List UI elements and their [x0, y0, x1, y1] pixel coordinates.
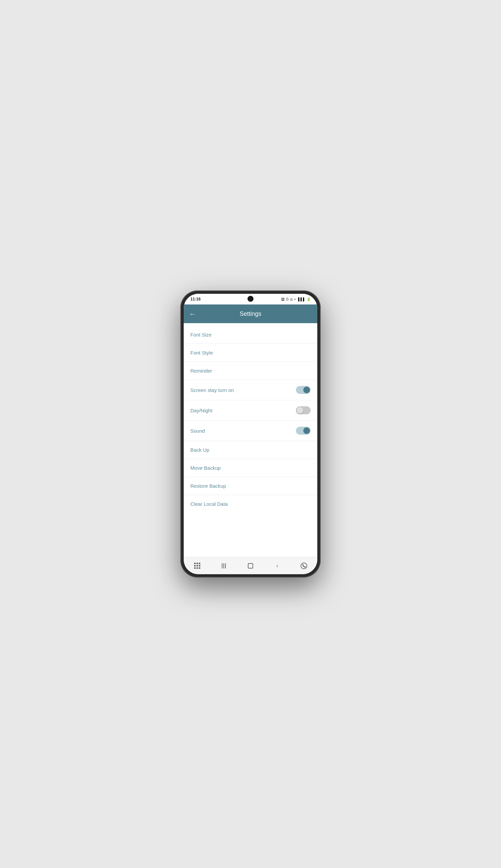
settings-label-screen-stay: Screen stay turn on — [190, 387, 234, 393]
settings-item-font-size[interactable]: Font Size — [184, 326, 317, 344]
settings-label-restore-backup: Restore Backup — [190, 483, 226, 489]
toggle-track-day-night — [296, 406, 311, 414]
phone-frame: 11:16 🖼 G ◎ • ▌▌▌ 🔋 ← Settings Font Size — [180, 291, 321, 577]
settings-item-sound[interactable]: Sound — [184, 421, 317, 441]
settings-label-day-night: Day/Night — [190, 408, 212, 413]
toggle-track-sound — [296, 427, 311, 435]
status-icon-g: G — [286, 297, 289, 301]
toggle-thumb-day-night — [297, 407, 303, 414]
toggle-track-screen-stay — [296, 386, 311, 394]
nav-bars-button[interactable] — [216, 560, 232, 572]
bottom-navigation: ‹ 📞 — [184, 557, 317, 574]
grid-icon — [194, 563, 200, 569]
chevron-icon: ‹ — [276, 563, 278, 569]
toggle-day-night[interactable] — [296, 406, 311, 414]
settings-label-font-size: Font Size — [190, 332, 211, 337]
toggle-screen-stay[interactable] — [296, 386, 311, 394]
bars-icon — [222, 563, 226, 568]
settings-item-move-backup[interactable]: Move Backup — [184, 459, 317, 477]
nav-phone-button[interactable]: 📞 — [296, 560, 312, 572]
back-icon: ← — [189, 310, 196, 318]
settings-label-font-style: Font Style — [190, 350, 213, 356]
nav-back-button[interactable]: ‹ — [269, 560, 285, 572]
status-icon-instagram: ◎ — [290, 297, 293, 301]
settings-list: Font Size Font Style Reminder Screen sta… — [184, 323, 317, 557]
nav-home-button[interactable] — [243, 560, 258, 572]
settings-item-screen-stay[interactable]: Screen stay turn on — [184, 380, 317, 400]
toggle-thumb-sound — [303, 427, 310, 434]
nav-grid-button[interactable] — [189, 560, 205, 572]
settings-label-back-up: Back Up — [190, 447, 210, 453]
settings-item-reminder[interactable]: Reminder — [184, 362, 317, 380]
settings-label-reminder: Reminder — [190, 368, 212, 373]
back-button[interactable]: ← — [189, 310, 196, 318]
home-icon — [248, 563, 253, 568]
phone-screen: 11:16 🖼 G ◎ • ▌▌▌ 🔋 ← Settings Font Size — [184, 294, 317, 574]
toggle-sound[interactable] — [296, 427, 311, 435]
settings-item-font-style[interactable]: Font Style — [184, 344, 317, 362]
camera-notch — [247, 296, 254, 302]
status-icon-photo: 🖼 — [281, 297, 285, 301]
settings-item-restore-backup[interactable]: Restore Backup — [184, 477, 317, 495]
signal-icon: ▌▌▌ — [298, 297, 305, 301]
status-icon-dot: • — [294, 297, 296, 301]
status-icons: 🖼 G ◎ • ▌▌▌ 🔋 — [281, 297, 311, 301]
settings-label-clear-local-data: Clear Local Data — [190, 501, 228, 507]
battery-icon: 🔋 — [307, 297, 311, 301]
toggle-thumb-screen-stay — [303, 387, 310, 393]
settings-label-sound: Sound — [190, 428, 205, 434]
status-time: 11:16 — [190, 297, 201, 302]
settings-item-day-night[interactable]: Day/Night — [184, 400, 317, 421]
app-bar: ← Settings — [184, 304, 317, 323]
settings-label-move-backup: Move Backup — [190, 465, 221, 471]
phone-icon: 📞 — [301, 563, 307, 569]
page-title: Settings — [201, 311, 300, 317]
settings-item-back-up[interactable]: Back Up — [184, 441, 317, 459]
settings-item-clear-local-data[interactable]: Clear Local Data — [184, 495, 317, 513]
